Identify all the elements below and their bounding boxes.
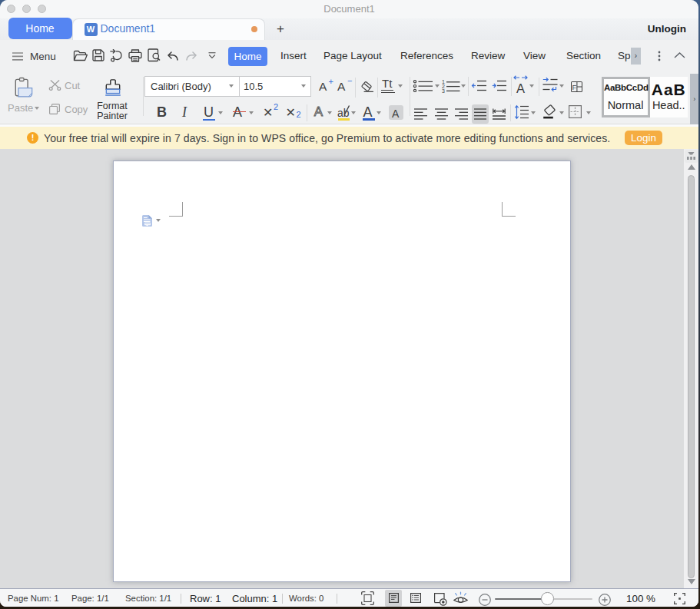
svg-text:F: F bbox=[572, 83, 577, 91]
svg-text:3: 3 bbox=[442, 88, 445, 93]
svg-text:A: A bbox=[314, 104, 323, 119]
svg-text:A: A bbox=[516, 81, 525, 95]
